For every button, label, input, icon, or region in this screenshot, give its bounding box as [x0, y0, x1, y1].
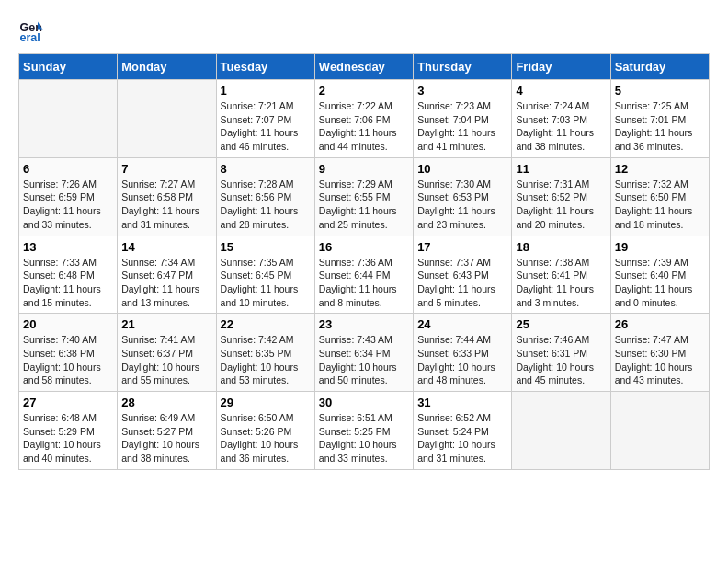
calendar-cell: 1Sunrise: 7:21 AM Sunset: 7:07 PM Daylig…: [216, 80, 314, 158]
calendar-cell: [610, 392, 709, 470]
day-info: Sunrise: 7:23 AM Sunset: 7:04 PM Dayligh…: [417, 99, 507, 154]
calendar-header-friday: Friday: [512, 54, 610, 80]
day-number: 11: [516, 162, 606, 176]
day-number: 14: [121, 240, 211, 254]
calendar-header-thursday: Thursday: [414, 54, 512, 80]
calendar-header-monday: Monday: [118, 54, 216, 80]
calendar-cell: 16Sunrise: 7:36 AM Sunset: 6:44 PM Dayli…: [314, 236, 413, 314]
day-number: 22: [221, 317, 311, 331]
calendar-cell: [512, 392, 610, 470]
day-info: Sunrise: 7:32 AM Sunset: 6:50 PM Dayligh…: [615, 178, 705, 232]
day-info: Sunrise: 7:26 AM Sunset: 6:59 PM Dayligh…: [23, 178, 113, 232]
day-info: Sunrise: 7:29 AM Sunset: 6:55 PM Dayligh…: [319, 178, 409, 232]
calendar-cell: 19Sunrise: 7:39 AM Sunset: 6:40 PM Dayli…: [610, 236, 709, 314]
day-info: Sunrise: 7:36 AM Sunset: 6:44 PM Dayligh…: [319, 256, 409, 310]
calendar-cell: 8Sunrise: 7:28 AM Sunset: 6:56 PM Daylig…: [216, 157, 314, 236]
calendar-cell: 2Sunrise: 7:22 AM Sunset: 7:06 PM Daylig…: [314, 80, 413, 158]
calendar-cell: 30Sunrise: 6:51 AM Sunset: 5:25 PM Dayli…: [314, 392, 413, 470]
calendar-cell: 29Sunrise: 6:50 AM Sunset: 5:26 PM Dayli…: [216, 392, 314, 470]
calendar-cell: 21Sunrise: 7:41 AM Sunset: 6:37 PM Dayli…: [118, 314, 216, 392]
day-number: 15: [221, 240, 311, 254]
calendar-cell: 27Sunrise: 6:48 AM Sunset: 5:29 PM Dayli…: [19, 392, 118, 470]
day-number: 29: [221, 396, 311, 409]
day-number: 8: [221, 162, 311, 176]
day-number: 17: [417, 240, 507, 254]
calendar-cell: 17Sunrise: 7:37 AM Sunset: 6:43 PM Dayli…: [414, 236, 512, 314]
day-info: Sunrise: 6:50 AM Sunset: 5:26 PM Dayligh…: [221, 411, 311, 465]
calendar-cell: 12Sunrise: 7:32 AM Sunset: 6:50 PM Dayli…: [610, 157, 709, 236]
calendar-header-tuesday: Tuesday: [216, 54, 314, 80]
day-number: 26: [615, 317, 705, 331]
day-info: Sunrise: 7:46 AM Sunset: 6:31 PM Dayligh…: [516, 333, 606, 387]
calendar-cell: 4Sunrise: 7:24 AM Sunset: 7:03 PM Daylig…: [512, 80, 610, 158]
calendar-week-row: 1Sunrise: 7:21 AM Sunset: 7:07 PM Daylig…: [19, 80, 710, 158]
day-number: 27: [23, 396, 113, 409]
calendar-cell: 3Sunrise: 7:23 AM Sunset: 7:04 PM Daylig…: [414, 80, 512, 158]
day-number: 31: [417, 396, 507, 409]
calendar-week-row: 6Sunrise: 7:26 AM Sunset: 6:59 PM Daylig…: [19, 157, 710, 236]
day-number: 4: [516, 84, 606, 98]
day-number: 3: [417, 84, 507, 98]
calendar-header-row: SundayMondayTuesdayWednesdayThursdayFrid…: [19, 54, 710, 80]
day-info: Sunrise: 7:25 AM Sunset: 7:01 PM Dayligh…: [615, 99, 705, 154]
day-info: Sunrise: 7:31 AM Sunset: 6:52 PM Dayligh…: [516, 178, 606, 232]
day-number: 10: [417, 162, 507, 176]
day-number: 1: [221, 84, 311, 98]
page-header: Gen eral: [18, 18, 710, 44]
calendar-cell: 7Sunrise: 7:27 AM Sunset: 6:58 PM Daylig…: [118, 157, 216, 236]
day-number: 6: [23, 162, 113, 176]
calendar-cell: 11Sunrise: 7:31 AM Sunset: 6:52 PM Dayli…: [512, 157, 610, 236]
day-number: 24: [417, 317, 507, 331]
calendar-cell: 26Sunrise: 7:47 AM Sunset: 6:30 PM Dayli…: [610, 314, 709, 392]
day-info: Sunrise: 7:24 AM Sunset: 7:03 PM Dayligh…: [516, 99, 606, 154]
day-info: Sunrise: 6:49 AM Sunset: 5:27 PM Dayligh…: [121, 411, 211, 465]
calendar-cell: 22Sunrise: 7:42 AM Sunset: 6:35 PM Dayli…: [216, 314, 314, 392]
day-number: 19: [615, 240, 705, 254]
logo: Gen eral: [18, 18, 48, 44]
calendar-cell: 13Sunrise: 7:33 AM Sunset: 6:48 PM Dayli…: [19, 236, 118, 314]
day-info: Sunrise: 6:48 AM Sunset: 5:29 PM Dayligh…: [23, 411, 113, 465]
day-info: Sunrise: 7:47 AM Sunset: 6:30 PM Dayligh…: [615, 333, 705, 387]
calendar-cell: 25Sunrise: 7:46 AM Sunset: 6:31 PM Dayli…: [512, 314, 610, 392]
svg-text:eral: eral: [19, 31, 40, 44]
day-number: 12: [615, 162, 705, 176]
calendar-cell: 24Sunrise: 7:44 AM Sunset: 6:33 PM Dayli…: [414, 314, 512, 392]
day-info: Sunrise: 7:43 AM Sunset: 6:34 PM Dayligh…: [319, 333, 409, 387]
calendar-cell: 20Sunrise: 7:40 AM Sunset: 6:38 PM Dayli…: [19, 314, 118, 392]
calendar-cell: 14Sunrise: 7:34 AM Sunset: 6:47 PM Dayli…: [118, 236, 216, 314]
day-info: Sunrise: 7:22 AM Sunset: 7:06 PM Dayligh…: [319, 99, 409, 154]
day-number: 13: [23, 240, 113, 254]
day-info: Sunrise: 7:28 AM Sunset: 6:56 PM Dayligh…: [221, 178, 311, 232]
calendar-table: SundayMondayTuesdayWednesdayThursdayFrid…: [18, 53, 710, 470]
day-number: 25: [516, 317, 606, 331]
day-info: Sunrise: 7:37 AM Sunset: 6:43 PM Dayligh…: [417, 256, 507, 310]
day-info: Sunrise: 7:42 AM Sunset: 6:35 PM Dayligh…: [221, 333, 311, 387]
day-info: Sunrise: 7:40 AM Sunset: 6:38 PM Dayligh…: [23, 333, 113, 387]
calendar-header-saturday: Saturday: [610, 54, 709, 80]
day-number: 16: [319, 240, 409, 254]
calendar-header-sunday: Sunday: [19, 54, 118, 80]
calendar-cell: 15Sunrise: 7:35 AM Sunset: 6:45 PM Dayli…: [216, 236, 314, 314]
calendar-cell: 10Sunrise: 7:30 AM Sunset: 6:53 PM Dayli…: [414, 157, 512, 236]
day-info: Sunrise: 7:30 AM Sunset: 6:53 PM Dayligh…: [417, 178, 507, 232]
day-number: 9: [319, 162, 409, 176]
day-info: Sunrise: 7:33 AM Sunset: 6:48 PM Dayligh…: [23, 256, 113, 310]
day-number: 2: [319, 84, 409, 98]
day-number: 20: [23, 317, 113, 331]
day-number: 30: [319, 396, 409, 409]
day-info: Sunrise: 7:39 AM Sunset: 6:40 PM Dayligh…: [615, 256, 705, 310]
calendar-week-row: 13Sunrise: 7:33 AM Sunset: 6:48 PM Dayli…: [19, 236, 710, 314]
day-number: 21: [121, 317, 211, 331]
calendar-week-row: 20Sunrise: 7:40 AM Sunset: 6:38 PM Dayli…: [19, 314, 710, 392]
logo-icon: Gen eral: [18, 18, 44, 44]
calendar-cell: 31Sunrise: 6:52 AM Sunset: 5:24 PM Dayli…: [414, 392, 512, 470]
calendar-header-wednesday: Wednesday: [314, 54, 413, 80]
calendar-cell: 6Sunrise: 7:26 AM Sunset: 6:59 PM Daylig…: [19, 157, 118, 236]
day-info: Sunrise: 7:38 AM Sunset: 6:41 PM Dayligh…: [516, 256, 606, 310]
calendar-cell: 23Sunrise: 7:43 AM Sunset: 6:34 PM Dayli…: [314, 314, 413, 392]
day-number: 7: [121, 162, 211, 176]
day-info: Sunrise: 7:41 AM Sunset: 6:37 PM Dayligh…: [121, 333, 211, 387]
day-info: Sunrise: 6:52 AM Sunset: 5:24 PM Dayligh…: [417, 411, 507, 465]
calendar-cell: 9Sunrise: 7:29 AM Sunset: 6:55 PM Daylig…: [314, 157, 413, 236]
day-info: Sunrise: 7:35 AM Sunset: 6:45 PM Dayligh…: [221, 256, 311, 310]
